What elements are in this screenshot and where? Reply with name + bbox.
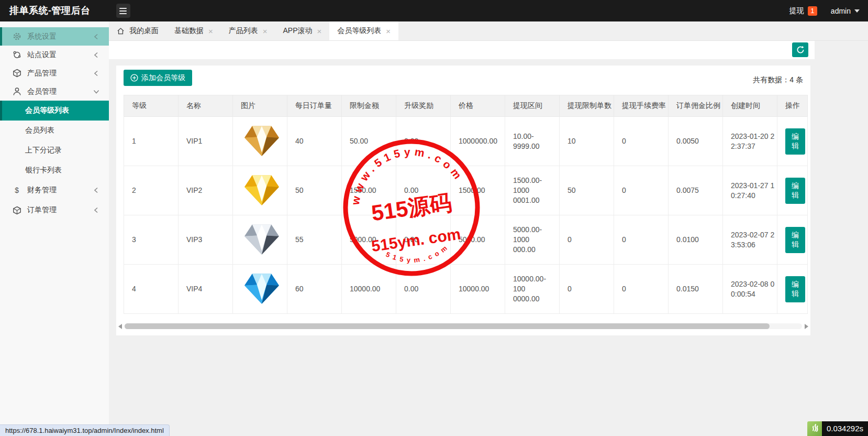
cell-created-at: 2023-02-07 2 3:53:06 (723, 215, 777, 265)
scroll-right-arrow-icon[interactable] (805, 324, 808, 329)
chevron-left-icon (92, 69, 101, 78)
sidebar-item-order-management[interactable]: 订单管理 (0, 200, 109, 220)
svg-text:$: $ (15, 186, 19, 194)
sidebar-item-member-list[interactable]: 会员列表 (0, 121, 109, 140)
edit-button[interactable]: 编辑 (785, 227, 805, 253)
cell-daily-orders: 50 (287, 166, 342, 215)
chevron-down-icon (854, 9, 860, 13)
close-tab-icon[interactable]: × (386, 27, 391, 35)
tab-product-list[interactable]: 产品列表 × (221, 21, 275, 40)
cell-vip-image (233, 117, 287, 166)
cell-daily-orders: 60 (287, 265, 342, 314)
edit-button[interactable]: 编辑 (785, 178, 805, 204)
cell-vip-image (233, 215, 287, 265)
cell-withdraw-range: 10.00-9999.00 (505, 117, 560, 166)
member-level-table: 等级名称图片每日订单量限制金额升级奖励价格提现区间提现限制单数提现手续费率订单佣… (124, 95, 808, 314)
edit-button[interactable]: 编辑 (785, 128, 805, 155)
package-icon (13, 206, 21, 215)
gear-icon (13, 32, 21, 41)
sidebar-item-finance-management[interactable]: $ 财务管理 (0, 180, 109, 200)
sidebar-item-bank-card-list[interactable]: 银行卡列表 (0, 160, 109, 180)
member-level-card: 添加会员等级 共有数据：4 条 等级名称图片每日订单量限制金额升级奖励价格提现区… (116, 66, 810, 335)
cell-level: 3 (124, 215, 179, 265)
close-tab-icon[interactable]: × (317, 27, 322, 35)
cell-limit-amount: 50.00 (342, 117, 396, 166)
sidebar-item-label: 银行卡列表 (25, 166, 62, 175)
withdraw-label: 提现 (789, 6, 804, 16)
cell-limit-amount: 10000.00 (342, 265, 396, 314)
horizontal-scrollbar (117, 323, 809, 330)
chevron-left-icon (92, 51, 101, 59)
cell-name: VIP1 (179, 117, 233, 166)
app-title: 排单系统-管理后台 (9, 0, 91, 21)
close-tab-icon[interactable]: × (208, 27, 213, 35)
edit-button[interactable]: 编辑 (785, 276, 805, 302)
sidebar-item-label: 订单管理 (27, 205, 57, 215)
sidebar-item-label: 站点设置 (27, 50, 57, 60)
cell-daily-orders: 55 (287, 215, 342, 265)
column-header: 名称 (179, 95, 233, 117)
column-header: 订单佣金比例 (669, 95, 723, 117)
cell-withdraw-limit-count: 0 (560, 215, 614, 265)
tab-member-level-list[interactable]: 会员等级列表 × (329, 21, 398, 40)
table-row: 4VIP4 6010000.000.0010000.0010000.00-100… (124, 265, 808, 314)
tab-my-desktop[interactable]: 我的桌面 (109, 21, 166, 40)
thinkphp-flame-icon[interactable] (807, 421, 822, 436)
cell-upgrade-reward: 0.00 (396, 215, 451, 265)
column-header: 提现区间 (505, 95, 560, 117)
status-url-bubble: https://678.1.haiwaiym31.top/admin/Index… (0, 424, 170, 436)
close-tab-icon[interactable]: × (263, 27, 268, 35)
sidebar-item-label: 会员等级列表 (25, 106, 69, 115)
tab-basic-data[interactable]: 基础数据 × (166, 21, 221, 40)
cell-name: VIP2 (179, 166, 233, 215)
tab-label: 会员等级列表 (337, 26, 381, 36)
cell-price: 5000.00 (451, 215, 505, 265)
trace-time: 0.034292s (822, 421, 868, 436)
cell-action: 编辑 (777, 265, 808, 314)
sidebar: 系统设置 站点设置 产品管理 会员管理 会员等级列表 会员列表 上下分记录 银 (0, 21, 109, 436)
hamburger-menu-icon[interactable] (116, 4, 130, 18)
cell-level: 2 (124, 166, 179, 215)
cell-withdraw-range: 1500.00-1000 0001.00 (505, 166, 560, 215)
sidebar-item-system-settings[interactable]: 系统设置 (0, 27, 109, 46)
cell-withdraw-limit-count: 10 (560, 117, 614, 166)
chevron-down-icon (92, 88, 101, 96)
refresh-button[interactable] (792, 42, 808, 57)
dollar-icon: $ (13, 186, 21, 195)
column-header: 限制金额 (342, 95, 396, 117)
tab-app-scroll[interactable]: APP滚动 × (275, 21, 330, 40)
cell-withdraw-fee-rate: 0 (614, 215, 669, 265)
cell-name: VIP3 (179, 215, 233, 265)
tab-bar: 我的桌面 基础数据 × 产品列表 × APP滚动 × 会员等级列表 × (109, 21, 868, 41)
refresh-icon (796, 46, 805, 54)
sidebar-item-score-records[interactable]: 上下分记录 (0, 140, 109, 160)
cell-action: 编辑 (777, 215, 808, 265)
sidebar-item-member-management[interactable]: 会员管理 (0, 82, 109, 101)
sidebar-item-site-settings[interactable]: 站点设置 (0, 46, 109, 64)
cell-limit-amount: 1500.00 (342, 166, 396, 215)
user-dropdown[interactable]: admin (831, 7, 860, 15)
tab-label: 产品列表 (229, 26, 258, 36)
diamond-silver-image (243, 221, 280, 256)
column-header: 价格 (451, 95, 505, 117)
cell-price: 1500.00 (451, 166, 505, 215)
cell-withdraw-range: 10000.00-100 0000.00 (505, 265, 560, 314)
page-toolbar (109, 41, 815, 59)
cell-action: 编辑 (777, 117, 808, 166)
scroll-left-arrow-icon[interactable] (118, 324, 122, 329)
withdraw-menu[interactable]: 提现 1 (789, 6, 817, 16)
sidebar-item-member-level-list[interactable]: 会员等级列表 (0, 101, 109, 121)
sidebar-item-label: 产品管理 (27, 69, 57, 78)
scrollbar-track[interactable] (125, 323, 802, 329)
cell-withdraw-limit-count: 50 (560, 166, 614, 215)
scrollbar-thumb[interactable] (125, 323, 770, 329)
cell-daily-orders: 40 (287, 117, 342, 166)
diamond-blue-image (243, 270, 280, 305)
add-member-level-button[interactable]: 添加会员等级 (124, 70, 192, 86)
cell-price: 1000000.00 (451, 117, 505, 166)
tab-label: 基础数据 (174, 26, 204, 36)
card-header: 添加会员等级 共有数据：4 条 (116, 66, 810, 95)
column-header: 图片 (233, 95, 287, 117)
diamond-yellow-image (243, 172, 280, 206)
sidebar-item-product-management[interactable]: 产品管理 (0, 64, 109, 82)
